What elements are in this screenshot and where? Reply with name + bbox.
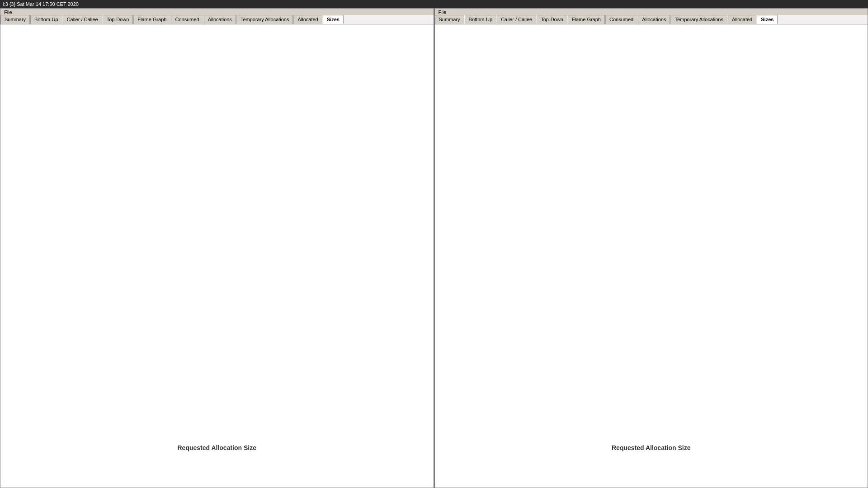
svg-rect-54 (518, 103, 536, 244)
svg-text:257B to 512B: 257B to 512B (265, 397, 293, 402)
panels-container: File Summary Bottom-Up Caller / Callee T… (0, 8, 868, 488)
panel-1-menu: File (0, 9, 434, 15)
tab-allocations-1[interactable]: Allocations (204, 15, 236, 24)
svg-text:0: 0 (491, 390, 494, 395)
tab-allocations-2[interactable]: Allocations (638, 15, 670, 24)
tab-sizes-1[interactable]: Sizes (323, 15, 344, 24)
svg-rect-58 (642, 251, 660, 392)
svg-text:8000000: 8000000 (42, 249, 59, 254)
svg-text:0B to 8B: 0B to 8B (84, 397, 102, 402)
svg-text:65B to 128B: 65B to 128B (204, 397, 229, 402)
tab-tempallocations-1[interactable]: Temporary Allocations (236, 15, 293, 24)
svg-rect-56 (580, 251, 598, 392)
svg-text:20000000: 20000000 (39, 38, 60, 43)
tab-consumed-2[interactable]: Consumed (605, 15, 637, 24)
panel-1-chart-wrapper: 0200000040000006000000800000010000000120… (28, 31, 406, 420)
svg-rect-60 (704, 251, 722, 392)
tab-summary-2[interactable]: Summary (435, 15, 464, 24)
panel-2-x-axis-label: Requested Allocation Size (462, 445, 841, 452)
tab-summary-1[interactable]: Summary (0, 15, 30, 24)
svg-rect-31 (270, 380, 288, 392)
panel-1-tabs: Summary Bottom-Up Caller / Callee Top-Do… (0, 15, 434, 24)
svg-text:0: 0 (57, 390, 59, 395)
svg-text:17B to 32B: 17B to 32B (578, 397, 600, 402)
svg-rect-25 (84, 318, 102, 380)
svg-text:257B to 512B: 257B to 512B (699, 397, 727, 402)
svg-text:more than 1KB: more than 1KB (760, 397, 791, 402)
tab-flamegraph-1[interactable]: Flame Graph (133, 15, 170, 24)
tab-topdown-1[interactable]: Top-Down (103, 15, 133, 24)
svg-text:Number of Allocations: Number of Allocations (830, 188, 837, 245)
svg-text:18000000: 18000000 (39, 73, 60, 78)
svg-rect-53 (518, 244, 536, 392)
tab-allocated-2[interactable]: Allocated (728, 15, 756, 24)
svg-text:5000000: 5000000 (476, 38, 494, 43)
svg-rect-29 (208, 380, 226, 392)
svg-text:2000000: 2000000 (476, 249, 494, 254)
svg-text:3000000: 3000000 (476, 179, 494, 184)
svg-rect-34 (332, 54, 350, 116)
panel-2: File Summary Bottom-Up Caller / Callee T… (434, 8, 868, 488)
panel-2-chart-area: 0100000020000003000000400000050000000B t… (435, 24, 868, 488)
svg-rect-27 (146, 380, 164, 392)
tab-callercallee-2[interactable]: Caller / Callee (497, 15, 536, 24)
panel-2-chart-wrapper: 0100000020000003000000400000050000000B t… (462, 31, 841, 420)
svg-text:10000000: 10000000 (39, 214, 60, 219)
tab-flamegraph-2[interactable]: Flame Graph (568, 15, 605, 24)
svg-text:12000000: 12000000 (39, 179, 60, 184)
tab-tempallocations-2[interactable]: Temporary Allocations (670, 15, 727, 24)
svg-text:0B to 8B: 0B to 8B (518, 397, 536, 402)
svg-rect-62 (766, 111, 784, 392)
title-text: i:3 {3} Sat Mar 14 17:50 CET 2020 (3, 1, 79, 7)
panel-2-tabs: Summary Bottom-Up Caller / Callee Top-Do… (435, 15, 868, 24)
svg-text:65B to 128B: 65B to 128B (639, 397, 664, 402)
svg-text:17B to 32B: 17B to 32B (144, 397, 166, 402)
svg-rect-24 (84, 380, 102, 392)
svg-text:14000000: 14000000 (39, 144, 60, 149)
tab-bottomup-1[interactable]: Bottom-Up (30, 15, 62, 24)
svg-text:16000000: 16000000 (39, 108, 60, 113)
panel-1-x-axis-label: Requested Allocation Size (28, 445, 406, 452)
tab-sizes-2[interactable]: Sizes (757, 15, 778, 24)
svg-text:4000000: 4000000 (42, 319, 59, 324)
title-bar: i:3 {3} Sat Mar 14 17:50 CET 2020 (0, 0, 868, 8)
panel-1-chart-area: 0200000040000006000000800000010000000120… (0, 24, 434, 488)
svg-text:Number of Allocations: Number of Allocations (396, 188, 403, 245)
svg-text:1000000: 1000000 (476, 319, 494, 324)
svg-text:6000000: 6000000 (42, 284, 59, 289)
panel-1: File Summary Bottom-Up Caller / Callee T… (0, 8, 434, 488)
tab-bottomup-2[interactable]: Bottom-Up (465, 15, 497, 24)
svg-rect-33 (332, 116, 350, 392)
svg-text:more than 1KB: more than 1KB (326, 397, 356, 402)
tab-callercallee-1[interactable]: Caller / Callee (63, 15, 102, 24)
tab-allocated-1[interactable]: Allocated (293, 15, 322, 24)
svg-text:4000000: 4000000 (476, 108, 494, 113)
panel-2-menu: File (435, 9, 868, 15)
tab-consumed-1[interactable]: Consumed (171, 15, 203, 24)
tab-topdown-2[interactable]: Top-Down (537, 15, 567, 24)
svg-text:2000000: 2000000 (42, 355, 59, 360)
